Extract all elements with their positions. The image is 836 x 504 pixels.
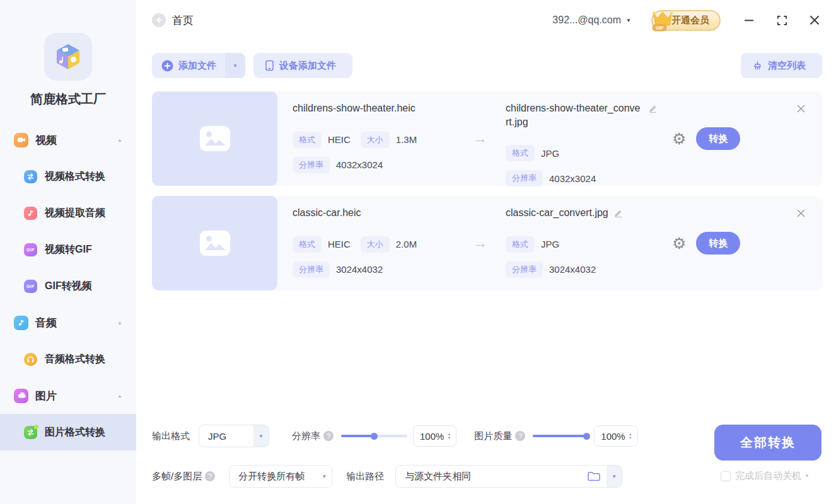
output-filename: classic-car_convert.jpg [506,206,608,220]
collapse-caret-icon[interactable]: ▲ [117,393,122,399]
sidebar-section-image[interactable]: 图片 ▲ [0,377,136,414]
resolution-help-icon[interactable]: ? [323,431,334,441]
account-caret-icon[interactable]: ▼ [626,18,631,23]
format-tag: 格式 [293,132,322,148]
titlebar-right: 392...@qq.com ▼ 开通会员 VIP [552,10,821,31]
source-file-info: childrens-show-theater.heic 格式 HEIC 大小 1… [277,91,467,186]
resolution-stepper[interactable]: 100% ▲▼ [413,425,456,447]
account-email[interactable]: 392...@qq.com [552,14,621,26]
sidebar-item-audio-convert[interactable]: 音频格式转换 [0,341,136,377]
slider-fill [341,435,374,437]
clear-list-label: 清空列表 [763,60,811,72]
toolbar: 添加文件 ▼ 设备添加文件 清空列表 [136,40,836,78]
minimize-button[interactable] [742,13,756,27]
item-label: 图片格式转换 [45,426,105,439]
gif-glyph: GIF [26,248,35,252]
item-label: 视频转GIF [45,243,92,256]
sidebar-item-gif-to-video[interactable]: GIF GIF转视频 [0,268,136,304]
quality-stepper[interactable]: 100% ▲▼ [594,425,637,447]
image-convert-icon [24,426,37,439]
format-value: HEIC [328,134,351,145]
add-file-dropdown-caret[interactable]: ▼ [225,53,245,78]
sidebar-item-video-extract-audio[interactable]: 视频提取音频 [0,195,136,231]
browse-folder-icon[interactable] [587,471,601,482]
edit-filename-icon[interactable] [613,208,624,218]
video-convert-icon [24,170,37,183]
phone-icon [265,60,274,71]
audio-icon [14,316,28,330]
row-controls: ⚙ 转换 [672,91,740,186]
auto-shutdown-option: 完成后自动关机 ▼ [714,470,810,482]
maximize-button[interactable] [775,13,789,27]
resolution-value: 4032x3024 [336,159,383,170]
collapse-caret-icon[interactable]: ▲ [117,137,122,143]
resolution-value: 3024x4032 [549,264,596,275]
item-label: GIF转视频 [45,280,92,293]
convert-all-button[interactable]: 全部转换 [714,425,821,461]
file-thumbnail [152,196,277,290]
output-format-line: 格式 JPG [506,236,663,253]
size-value: 1.3M [396,134,417,145]
resolution-tag: 分辨率 [293,261,330,278]
item-label: 视频格式转换 [45,170,105,183]
edit-filename-icon[interactable] [648,103,658,113]
sidebar-section-audio[interactable]: 音频 ▲ [0,304,136,341]
convert-arrow-icon: → [467,196,494,290]
remove-file-icon[interactable] [796,104,806,113]
output-resolution-line: 分辨率 3024x4032 [506,261,663,278]
row-settings-gear-icon[interactable]: ⚙ [672,236,686,251]
quality-slider[interactable] [533,435,588,437]
multiframe-select[interactable]: 分开转换所有帧 ▼ [229,465,332,488]
format-value: JPG [541,239,559,249]
add-from-device-label: 设备添加文件 [274,60,341,72]
sidebar-section-video[interactable]: 视频 ▲ [0,122,136,158]
svg-text:VIP: VIP [656,25,663,31]
output-file-info: childrens-show-theater_convert.jpg 格式 JP… [494,91,663,186]
multiframe-label: 多帧/多图层 [152,471,202,483]
close-button[interactable] [808,13,821,27]
app-window: 简鹿格式工厂 视频 ▲ 视频格式转换 视频提取音频 [0,0,836,504]
format-value: HEIC [328,239,351,249]
main-panel: 首页 392...@qq.com ▼ 开通会员 VIP [136,0,836,504]
resolution-slider[interactable] [341,435,407,437]
convert-all-area: 全部转换 完成后自动关机 ▼ [714,425,821,488]
output-format-select[interactable]: JPG ▼ [199,425,269,447]
clear-list-button[interactable]: 清空列表 [741,53,822,78]
quality-help-icon[interactable]: ? [515,431,525,441]
multiframe-help-icon[interactable]: ? [205,471,215,481]
sidebar-item-video-to-gif[interactable]: GIF 视频转GIF [0,231,136,268]
section-label: 视频 [35,133,57,147]
sidebar-item-video-convert[interactable]: 视频格式转换 [0,158,136,195]
stepper-arrows-icon[interactable]: ▲▼ [629,432,632,440]
convert-button[interactable]: 转换 [696,232,740,255]
resolution-value: 4032x3024 [549,173,596,184]
image-placeholder-icon [200,231,230,256]
file-row: childrens-show-theater.heic 格式 HEIC 大小 1… [152,91,822,186]
slider-thumb[interactable] [371,433,378,440]
path-dropdown-caret[interactable]: ▼ [607,465,622,488]
convert-button[interactable]: 转换 [696,127,740,150]
slider-thumb[interactable] [583,433,590,440]
file-list: childrens-show-theater.heic 格式 HEIC 大小 1… [136,78,836,301]
image-icon [14,389,28,403]
back-button[interactable] [152,13,166,27]
gif-glyph: GIF [26,284,35,289]
auto-shutdown-caret-icon[interactable]: ▼ [804,473,810,479]
vip-upgrade-button[interactable]: 开通会员 VIP [651,10,721,31]
sidebar-nav: 视频 ▲ 视频格式转换 视频提取音频 GIF 视频转GIF [0,122,136,450]
row-settings-gear-icon[interactable]: ⚙ [672,131,686,147]
collapse-caret-icon[interactable]: ▲ [117,320,122,326]
format-tag: 格式 [506,236,535,253]
sidebar-item-image-convert[interactable]: 图片格式转换 [0,414,136,450]
output-path-input[interactable]: 与源文件夹相同 ▼ [395,465,622,488]
add-file-button[interactable]: 添加文件 [152,60,225,72]
size-tag: 大小 [361,132,390,148]
video-icon [14,133,28,147]
file-row: classic-car.heic 格式 HEIC 大小 2.0M 分辨率 302… [152,196,822,290]
remove-file-icon[interactable] [796,209,806,218]
add-from-device-button[interactable]: 设备添加文件 [253,53,352,78]
auto-shutdown-checkbox[interactable] [721,471,731,481]
page-title: 首页 [172,13,194,28]
settings-panel: 输出格式 JPG ▼ 分辨率 ? 100% ▲▼ 图片质量 [136,425,836,504]
stepper-arrows-icon[interactable]: ▲▼ [447,432,451,440]
